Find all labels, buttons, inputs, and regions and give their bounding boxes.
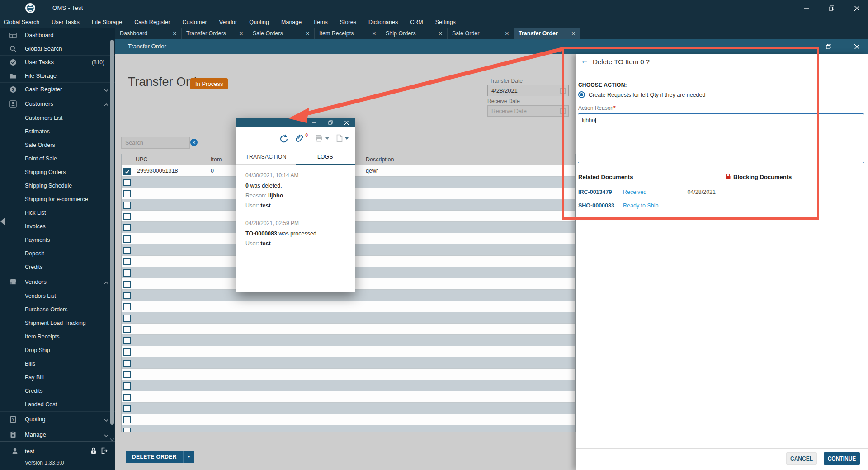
document-close-button[interactable] <box>848 39 866 54</box>
menu-customer[interactable]: Customer <box>182 19 207 25</box>
row-checkbox[interactable] <box>123 315 131 322</box>
sidebar-item-payments[interactable]: Payments <box>0 233 115 247</box>
sidebar-item-vendor-credits[interactable]: Credits <box>0 384 115 398</box>
sidebar-item-cash-register[interactable]: $ Cash Register <box>0 82 115 96</box>
transfer-date-input[interactable]: 4/28/2021 <box>487 85 569 96</box>
sidebar-item-landed-cost[interactable]: Landed Cost <box>0 398 115 411</box>
sidebar-item-customers-list[interactable]: Customers List <box>0 111 115 125</box>
sidebar-item-pay-bill[interactable]: Pay Bill <box>0 371 115 384</box>
sidebar-item-file-storage[interactable]: File Storage <box>0 69 115 82</box>
menu-file-storage[interactable]: File Storage <box>92 19 122 25</box>
radio-selected-icon[interactable] <box>578 91 585 98</box>
menu-vendor[interactable]: Vendor <box>219 19 237 25</box>
search-input[interactable]: Search <box>121 137 190 149</box>
document-status-link[interactable]: Ready to Ship <box>623 202 659 209</box>
cancel-button[interactable]: CANCEL <box>786 452 817 465</box>
close-icon[interactable]: ✕ <box>505 31 509 37</box>
delete-order-button[interactable]: DELETE ORDER <box>126 451 184 463</box>
table-row[interactable] <box>122 380 575 391</box>
row-checkbox[interactable] <box>123 326 131 333</box>
tab-item-receipts[interactable]: Item Receipts✕ <box>315 28 381 39</box>
receive-date-input[interactable]: Receive Date <box>487 105 569 117</box>
column-header-item[interactable]: Item <box>211 156 222 163</box>
sidebar-item-pick-list[interactable]: Pick List <box>0 206 115 220</box>
table-row[interactable] <box>122 357 575 369</box>
table-row[interactable] <box>122 391 575 403</box>
menu-manage[interactable]: Manage <box>281 19 302 25</box>
menu-items[interactable]: Items <box>314 19 328 25</box>
row-checkbox[interactable] <box>123 281 131 288</box>
row-checkbox[interactable] <box>123 235 131 243</box>
sidebar-item-dashboard[interactable]: Dashboard <box>0 28 115 42</box>
table-row[interactable] <box>122 414 575 425</box>
sidebar-collapse-arrow[interactable] <box>0 218 5 225</box>
popup-minimize-button[interactable] <box>312 118 316 127</box>
document-link[interactable]: IRC-0013479 <box>578 189 612 195</box>
close-icon[interactable]: ✕ <box>173 31 177 37</box>
sidebar-item-global-search[interactable]: Global Search <box>0 42 115 55</box>
row-checkbox[interactable] <box>123 190 131 197</box>
sidebar-item-purchase-orders[interactable]: Purchase Orders <box>0 303 115 316</box>
table-row[interactable] <box>122 425 575 432</box>
sidebar-item-vendors[interactable]: Vendors <box>0 274 115 289</box>
back-arrow-icon[interactable]: ← <box>580 56 589 66</box>
sidebar-scroll-down-icon[interactable] <box>109 435 115 439</box>
table-row[interactable] <box>122 301 575 312</box>
menu-dictionaries[interactable]: Dictionaries <box>368 19 398 25</box>
row-checkbox[interactable] <box>123 269 131 277</box>
sidebar-scrollbar[interactable] <box>110 40 114 425</box>
menu-cash-register[interactable]: Cash Register <box>134 19 170 25</box>
document-restore-button[interactable] <box>820 39 838 54</box>
sidebar-item-shipping-schedule[interactable]: Shipping Schedule <box>0 179 115 193</box>
row-checkbox[interactable] <box>123 337 131 344</box>
popup-restore-button[interactable] <box>328 118 333 127</box>
sidebar-item-user-tasks[interactable]: User Tasks (810) <box>0 55 115 69</box>
window-restore-button[interactable] <box>823 0 840 16</box>
row-checkbox[interactable] <box>123 247 131 254</box>
row-checkbox[interactable] <box>123 258 131 265</box>
row-checkbox[interactable] <box>123 360 131 367</box>
document-actions-icon[interactable] <box>336 134 349 142</box>
sidebar-item-invoices[interactable]: Invoices <box>0 220 115 233</box>
table-row[interactable] <box>122 346 575 357</box>
row-checkbox[interactable] <box>123 179 131 186</box>
clear-search-icon[interactable]: ✕ <box>190 139 198 146</box>
sidebar-item-vendors-list[interactable]: Vendors List <box>0 289 115 303</box>
table-row[interactable] <box>122 312 575 324</box>
sidebar-item-credits[interactable]: Credits <box>0 260 115 274</box>
close-icon[interactable]: ✕ <box>439 31 443 37</box>
tab-dashboard[interactable]: Dashboard✕ <box>115 28 182 39</box>
sidebar-item-deposit[interactable]: Deposit <box>0 247 115 260</box>
popup-close-button[interactable] <box>344 118 349 127</box>
tab-sale-orders[interactable]: Sale Orders✕ <box>248 28 315 39</box>
sidebar-item-item-receipts[interactable]: Item Receipts <box>0 330 115 343</box>
attachment-icon[interactable]: 0 <box>295 134 308 143</box>
sidebar-item-drop-ship[interactable]: Drop Ship <box>0 343 115 357</box>
column-header-description[interactable]: Description <box>366 156 394 163</box>
row-checkbox[interactable] <box>123 292 131 299</box>
sidebar-item-shipping-orders[interactable]: Shipping Orders <box>0 165 115 179</box>
sidebar-item-estimates[interactable]: Estimates <box>0 125 115 138</box>
refresh-icon[interactable] <box>279 134 288 143</box>
tab-transaction[interactable]: TRANSACTION <box>236 149 296 164</box>
sidebar-item-customers[interactable]: Customers <box>0 96 115 111</box>
menu-stores[interactable]: Stores <box>340 19 356 25</box>
row-checkbox[interactable] <box>123 416 131 423</box>
sidebar-item-shipping-ecommerce[interactable]: Shipping for e-commerce <box>0 193 115 206</box>
lock-icon[interactable] <box>90 447 97 456</box>
table-row[interactable] <box>122 335 575 346</box>
window-close-button[interactable] <box>848 0 865 16</box>
menu-user-tasks[interactable]: User Tasks <box>52 19 80 25</box>
close-icon[interactable]: ✕ <box>571 31 576 37</box>
table-row[interactable] <box>122 324 575 335</box>
print-icon[interactable] <box>315 134 329 142</box>
row-checkbox[interactable] <box>123 394 131 401</box>
row-checkbox[interactable] <box>123 213 131 220</box>
table-row[interactable] <box>122 369 575 380</box>
row-checkbox[interactable] <box>123 405 131 412</box>
tab-transfer-order-active[interactable]: Transfer Order✕ <box>514 28 580 39</box>
sidebar-item-quoting[interactable]: ? Quoting <box>0 411 115 427</box>
document-status-link[interactable]: Received <box>623 189 646 195</box>
row-checkbox[interactable] <box>123 202 131 209</box>
sidebar-item-shipment-load-tracking[interactable]: Shipment Load Tracking <box>0 316 115 330</box>
